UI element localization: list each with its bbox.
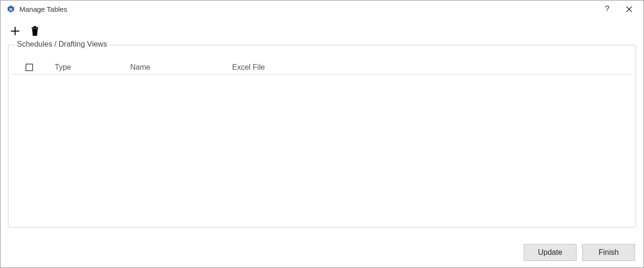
- svg-rect-6: [32, 27, 38, 29]
- svg-rect-7: [33, 26, 36, 28]
- dialog-button-row: Update Finish: [524, 244, 635, 261]
- app-icon: N: [7, 5, 15, 13]
- add-button[interactable]: [9, 25, 21, 37]
- svg-text:N: N: [9, 7, 13, 12]
- select-all-checkbox[interactable]: [25, 64, 33, 71]
- update-button[interactable]: Update: [524, 244, 577, 261]
- group-label: Schedules / Drafting Views: [14, 40, 110, 49]
- column-header-type[interactable]: Type: [55, 63, 130, 72]
- close-icon: [626, 6, 632, 12]
- trash-icon: [30, 26, 40, 36]
- table-header-row: Type Name Excel File: [12, 60, 632, 74]
- plus-icon: [10, 26, 20, 36]
- close-button[interactable]: [618, 0, 640, 17]
- column-header-name[interactable]: Name: [130, 63, 232, 72]
- toolbar: [0, 17, 644, 42]
- schedules-group: Schedules / Drafting Views Type Name Exc…: [8, 45, 636, 227]
- column-header-excel-file[interactable]: Excel File: [232, 63, 627, 72]
- delete-button[interactable]: [29, 25, 41, 37]
- help-button[interactable]: ?: [596, 0, 618, 17]
- window-title: Manage Tables: [19, 5, 67, 13]
- finish-button[interactable]: Finish: [582, 244, 635, 261]
- titlebar: N Manage Tables ?: [0, 0, 644, 17]
